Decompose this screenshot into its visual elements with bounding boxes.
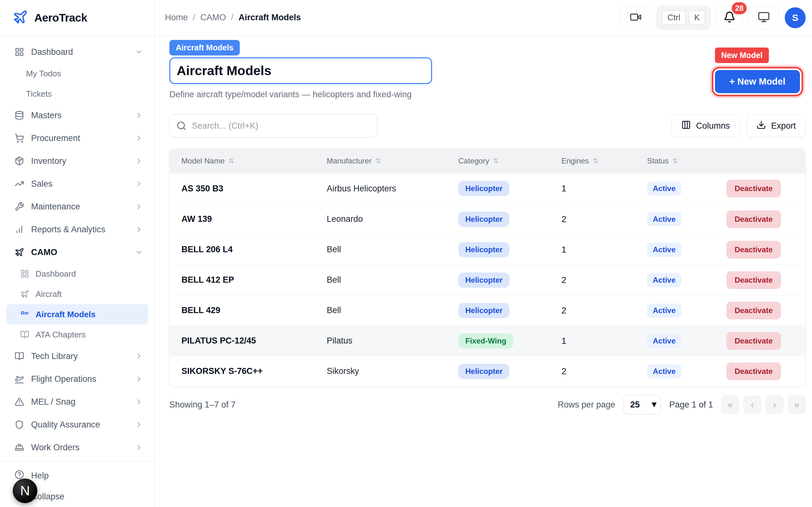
notification-badge: 28	[731, 1, 748, 15]
sidebar-subitem-label: Tickets	[26, 89, 52, 99]
sort-icon: ⇅	[672, 157, 678, 165]
video-button[interactable]	[620, 6, 651, 30]
plane-icon	[13, 9, 28, 25]
sidebar-item-tech-library[interactable]: Tech Library	[6, 345, 148, 368]
shield-icon	[14, 420, 24, 429]
manufacturer-cell: Bell	[327, 305, 458, 315]
sidebar-item-quality-assurance[interactable]: Quality Assurance	[6, 413, 148, 436]
display-button[interactable]	[749, 6, 779, 30]
sidebar-item-label: Masters	[31, 111, 61, 120]
model-name-cell: AS 350 B3	[182, 184, 327, 193]
sort-icon: ⇅	[593, 157, 599, 165]
sidebar-subitem-label: Aircraft	[36, 289, 61, 299]
dev-indicator-badge[interactable]: N	[13, 478, 38, 503]
search-box	[169, 114, 377, 137]
sidebar-item-procurement[interactable]: Procurement	[6, 127, 148, 150]
column-header-category[interactable]: Category⇅	[458, 157, 561, 165]
status-badge: Active	[647, 181, 681, 195]
manufacturer-cell: Leonardo	[327, 214, 458, 224]
breadcrumb-camo[interactable]: CAMO	[200, 13, 226, 22]
page-tag: Aircraft Models	[169, 40, 240, 55]
sidebar-item-reports-analytics[interactable]: Reports & Analytics	[6, 218, 148, 241]
deactivate-button[interactable]: Deactivate	[726, 302, 781, 320]
sidebar-subitem-tickets[interactable]: Tickets	[6, 83, 148, 104]
model-name-cell: PILATUS PC-12/45	[182, 336, 327, 346]
sidebar-subitem-aircraft-models[interactable]: Aircraft Models	[6, 304, 148, 325]
app-logo[interactable]: AeroTrack	[0, 0, 154, 36]
sidebar-item-sales[interactable]: Sales	[6, 172, 148, 195]
sidebar-item-maintenance[interactable]: Maintenance	[6, 195, 148, 218]
layout-grid-icon	[14, 47, 24, 57]
rows-per-page-select[interactable]: 25	[623, 395, 661, 414]
last-page-button[interactable]: »	[788, 395, 806, 414]
model-name-cell: BELL 412 EP	[182, 275, 327, 285]
column-header-status[interactable]: Status⇅	[647, 157, 726, 165]
deactivate-button[interactable]: Deactivate	[726, 271, 781, 289]
actions-cell: Deactivate	[726, 210, 794, 228]
page-subtitle: Define aircraft type/model variants — he…	[169, 90, 432, 100]
deactivate-button[interactable]: Deactivate	[726, 241, 781, 259]
search-input[interactable]	[169, 114, 377, 137]
sidebar-item-mel-snag[interactable]: MEL / Snag	[6, 390, 148, 413]
export-button[interactable]: Export	[747, 114, 806, 137]
sidebar-subitem-dashboard[interactable]: Dashboard	[6, 264, 148, 284]
actions-cell: Deactivate	[726, 362, 794, 380]
page-title-input[interactable]	[169, 57, 432, 84]
sidebar-subitem-my-todos[interactable]: My Todos	[6, 63, 148, 83]
sidebar-item-inventory[interactable]: Inventory	[6, 150, 148, 172]
user-avatar[interactable]: S	[785, 7, 806, 28]
sidebar-subitem-label: Aircraft Models	[36, 309, 96, 320]
status-cell: Active	[647, 303, 726, 318]
sidebar-item-masters[interactable]: Masters	[6, 104, 148, 127]
sidebar-item-camo[interactable]: CAMO	[6, 241, 148, 264]
dev-indicator-letter: N	[20, 483, 30, 498]
deactivate-button[interactable]: Deactivate	[726, 332, 781, 350]
shortcut-hint: Ctrl K	[657, 6, 711, 30]
hard-hat-icon	[14, 443, 24, 452]
status-badge: Active	[647, 364, 681, 378]
sidebar-item-dashboard[interactable]: Dashboard	[6, 41, 148, 63]
notifications-button[interactable]: 28	[716, 6, 743, 30]
column-header-manufacturer[interactable]: Manufacturer⇅	[327, 157, 458, 165]
breadcrumb-home[interactable]: Home	[165, 13, 188, 22]
help-label: Help	[31, 471, 49, 481]
deactivate-button[interactable]: Deactivate	[726, 362, 781, 380]
rows-per-page-label: Rows per page	[558, 400, 615, 410]
alert-triangle-icon	[14, 397, 24, 406]
sidebar-item-flight-operations[interactable]: Flight Operations	[6, 368, 148, 390]
new-model-tag: New Model	[715, 48, 769, 63]
columns-icon	[681, 120, 691, 132]
model-name-cell: AW 139	[182, 214, 327, 224]
status-cell: Active	[647, 273, 726, 287]
help-circle-icon	[14, 470, 24, 480]
column-header-engines[interactable]: Engines⇅	[561, 157, 647, 165]
sidebar-item-label: CAMO	[31, 247, 57, 257]
status-cell: Active	[647, 243, 726, 257]
sidebar-subitem-aircraft[interactable]: Aircraft	[6, 284, 148, 304]
rows-per-page-select-wrap: 25 ▼	[623, 395, 661, 414]
manufacturer-cell: Airbus Helicopters	[327, 184, 458, 193]
category-cell: Helicopter	[458, 303, 561, 318]
wrench-icon	[14, 202, 24, 211]
chevron-right-icon	[135, 443, 143, 452]
app-name: AeroTrack	[34, 11, 87, 24]
prev-page-button[interactable]: ‹	[744, 395, 761, 414]
columns-button[interactable]: Columns	[671, 114, 740, 137]
category-badge: Helicopter	[458, 242, 509, 257]
next-page-button[interactable]: ›	[766, 395, 783, 414]
sidebar-item-work-orders[interactable]: Work Orders	[6, 436, 148, 459]
actions-cell: Deactivate	[726, 302, 794, 320]
sidebar-item-label: Flight Operations	[31, 374, 96, 384]
kbd-k: K	[689, 10, 705, 25]
sort-icon: ⇅	[229, 157, 234, 165]
first-page-button[interactable]: «	[721, 395, 739, 414]
new-model-button[interactable]: + New Model	[715, 70, 800, 93]
chevron-right-icon	[135, 203, 143, 211]
package-icon	[14, 156, 24, 166]
column-header-model-name[interactable]: Model Name⇅	[182, 157, 327, 165]
manufacturer-cell: Bell	[327, 275, 458, 285]
sidebar-subitem-ata-chapters[interactable]: ATA Chapters	[6, 325, 148, 345]
chevron-right-icon	[135, 375, 143, 383]
deactivate-button[interactable]: Deactivate	[726, 210, 781, 228]
deactivate-button[interactable]: Deactivate	[726, 180, 781, 198]
